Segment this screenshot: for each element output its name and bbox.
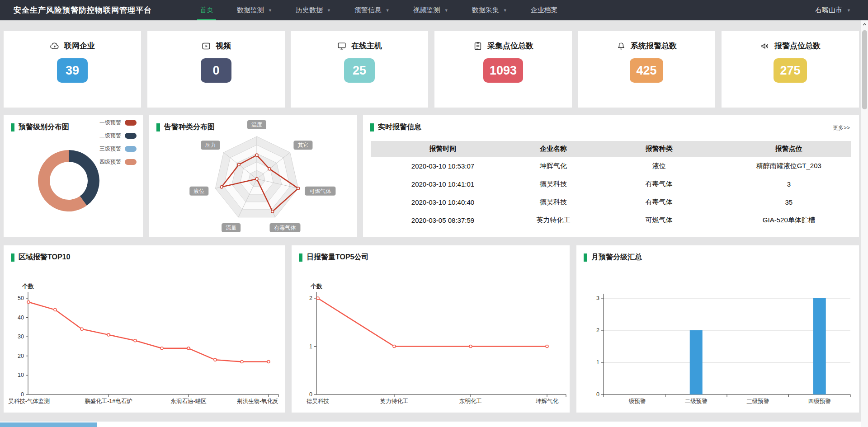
stat-card-header: 采集点位总数 [434,41,572,51]
scrollbar-up-icon[interactable] [861,20,868,28]
svg-text:有毒气体: 有毒气体 [274,225,296,231]
chevron-down-icon: ▼ [444,8,448,13]
x-label-坤辉气化: 坤辉气化 [535,398,559,404]
stat-label: 采集点位总数 [487,41,533,51]
data-point-8 [241,361,243,363]
svg-text:2: 2 [309,295,312,301]
stat-value-badge: 275 [774,58,807,83]
stat-value-badge: 39 [57,58,88,83]
x-label-四级预警: 四级预警 [808,398,831,404]
col-header-报警点位: 报警点位 [726,141,851,157]
nav-item-历史数据[interactable]: 历史数据▼ [284,0,343,20]
panel-title-text: 预警级别分布图 [19,122,69,132]
radar-point-可燃气体 [297,187,300,190]
table-row[interactable]: 2020-03-10 10:41:01德昊科技有毒气体3 [371,175,851,193]
legend-label: 四级预警 [99,158,121,166]
svg-text:压力: 压力 [205,142,216,148]
more-link[interactable]: 更多>> [833,124,850,132]
nav-item-数据采集[interactable]: 数据采集▼ [460,0,519,20]
panel-title: 实时报警信息 [370,122,421,132]
legend-item-二级预警[interactable]: 二级预警 [99,133,137,139]
table-cell: 德昊科技 [515,193,592,211]
video-icon [201,41,211,51]
radar-label-其它: 其它 [293,141,312,150]
radar-point-压力 [237,163,240,166]
nav-item-label: 历史数据 [296,6,323,14]
title-marker [299,253,302,262]
cutoff-blue-element [0,422,97,427]
monthly-level-chart: 0123一级预警二级预警三级预警四级预警 [576,245,859,413]
col-header-报警时间: 报警时间 [371,141,515,157]
panel-title: 告警种类分布图 [156,122,215,132]
x-label-三级预警: 三级预警 [746,398,769,404]
panel-title-text: 月预警分级汇总 [591,253,642,262]
table-cell: 2020-03-10 10:53:07 [371,157,515,175]
panel-title: 日报警量TOP5公司 [299,253,369,262]
panel-daily-top5: 日报警量TOP5公司 012个数德昊科技英力特化工东明化工坤辉气化 [292,245,570,413]
stat-value-badge: 0 [201,58,231,83]
panel-realtime-alarms: 实时报警信息 更多>> 报警时间企业名称报警种类报警点位 2020-03-10 … [363,115,859,237]
app-title: 安全生产风险预警防控物联网管理平台 [14,5,152,15]
svg-text:个数: 个数 [310,283,322,290]
nav-item-预警信息[interactable]: 预警信息▼ [343,0,401,20]
radar-point-其它 [268,168,271,170]
table-cell: 3 [726,175,851,193]
legend-item-四级预警[interactable]: 四级预警 [99,159,137,165]
chevron-down-icon: ▼ [386,8,390,13]
scrollbar-thumb[interactable] [862,30,867,109]
nav-item-企业档案[interactable]: 企业档案 [519,0,570,20]
nav-item-首页[interactable]: 首页 [188,0,225,20]
legend-item-三级预警[interactable]: 三级预警 [99,146,137,152]
stat-label: 联网企业 [64,41,95,51]
table-row[interactable]: 2020-03-05 08:37:59英力特化工可燃气体GIA-520单体贮槽 [371,211,851,229]
table-cell: 可燃气体 [592,211,726,229]
table-cell: 坤辉气化 [515,157,592,175]
legend-item-一级预警[interactable]: 一级预警 [99,120,137,126]
table-cell: 精醇南罐液位GT_203 [726,157,851,175]
table-cell: 2020-03-10 10:40:40 [371,193,515,211]
table-cell: 35 [726,193,851,211]
svg-text:流量: 流量 [226,225,236,231]
svg-text:0: 0 [596,391,599,398]
panel-title-text: 告警种类分布图 [164,122,215,132]
stat-card-header: 联网企业 [4,41,141,51]
stat-card-报警点位总数: 报警点位总数275 [722,31,859,108]
x-label-东明化工: 东明化工 [459,398,482,404]
bell-icon [616,41,626,51]
chevron-down-icon: ▼ [847,8,851,13]
panel-monthly-summary: 月预警分级汇总 0123一级预警二级预警三级预警四级预警 [576,245,859,413]
radar-point-温度 [255,154,258,156]
nav-item-视频监测[interactable]: 视频监测▼ [401,0,460,20]
pie-legend: 一级预警二级预警三级预警四级预警 [99,120,137,165]
svg-text:液位: 液位 [193,188,204,194]
panel-title: 区域报警TOP10 [11,253,70,262]
stat-value-badge: 425 [630,58,663,83]
stat-card-header: 在线主机 [291,41,428,51]
panel-title-text: 实时报警信息 [378,122,421,132]
table-cell: 有毒气体 [592,175,726,193]
panel-title-text: 日报警量TOP5公司 [307,253,369,262]
stat-value-badge: 1093 [483,58,523,83]
data-point-9 [267,361,270,363]
nav-item-label: 数据采集 [472,6,499,14]
chevron-down-icon: ▼ [503,8,507,13]
region-selector[interactable]: 石嘴山市 ▼ [815,0,851,20]
stat-card-header: 视频 [147,41,285,51]
radar-point-流量 [255,178,258,180]
table-cell: 2020-03-05 08:37:59 [371,211,515,229]
nav-item-数据监测[interactable]: 数据监测▼ [225,0,284,20]
table-row[interactable]: 2020-03-10 10:53:07坤辉气化液位精醇南罐液位GT_203 [371,157,851,175]
monitor-icon [337,41,347,51]
radar-label-温度: 温度 [247,120,266,129]
data-point-3 [546,345,548,348]
stat-label: 系统报警总数 [631,41,677,51]
scrollbar[interactable] [861,20,868,427]
title-marker [370,123,374,131]
table-cell: 液位 [592,157,726,175]
chevron-down-icon: ▼ [327,8,331,13]
table-row[interactable]: 2020-03-10 10:40:40德昊科技有毒气体35 [371,193,851,211]
stat-label: 在线主机 [351,41,382,51]
radar-label-流量: 流量 [222,223,241,232]
table-cell: 有毒气体 [592,193,726,211]
stat-card-header: 系统报警总数 [578,41,715,51]
